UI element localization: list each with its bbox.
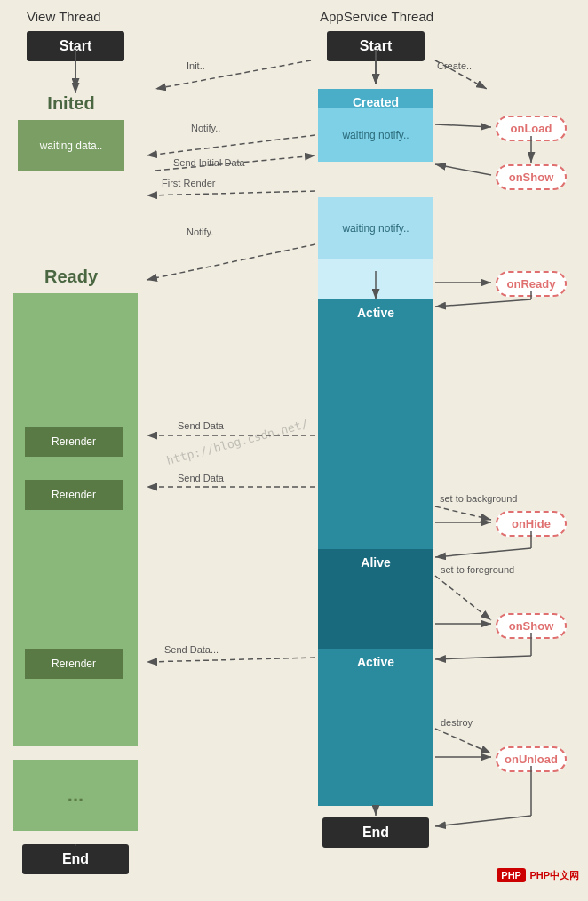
svg-line-22 — [435, 576, 491, 620]
left-rerender-3: Rerender — [25, 649, 123, 679]
svg-line-4 — [155, 60, 311, 89]
left-rerender-2: Rerender — [25, 480, 123, 510]
set-bg-label: set to background — [440, 493, 517, 504]
notify1-label: Notify.. — [191, 123, 220, 133]
on-load-box: onLoad — [496, 116, 567, 141]
right-start-block: Start — [327, 31, 425, 61]
left-ready-label: Ready — [9, 267, 133, 287]
send-data2-label: Send Data — [178, 473, 225, 483]
svg-line-30 — [435, 816, 531, 826]
right-active-1-body — [318, 318, 433, 549]
left-lower-bg — [13, 524, 138, 746]
svg-line-8 — [147, 191, 315, 195]
svg-line-5 — [435, 60, 487, 89]
on-show-box: onShow — [496, 164, 567, 190]
svg-line-27 — [435, 729, 491, 753]
right-col-header: AppService Thread — [320, 9, 433, 24]
left-end-block: End — [22, 844, 129, 874]
watermark: http://blog.csdn.net/ — [165, 417, 310, 467]
left-dots-bg: ... — [13, 760, 138, 831]
php-badge: PHP — [497, 868, 526, 882]
right-waiting-notify-1: waiting notify.. — [318, 108, 433, 162]
right-active-2-body — [318, 668, 433, 806]
destroy-label: destroy — [441, 717, 473, 728]
right-alive-body — [318, 569, 433, 649]
notify2-label: Notify. — [187, 227, 213, 237]
left-waiting-data: waiting data.. — [18, 120, 124, 171]
svg-line-25 — [435, 656, 531, 659]
send-data3-label: Send Data... — [164, 644, 219, 655]
diagram-container: View Thread AppService Thread Start Init… — [0, 0, 588, 901]
on-show2-box: onShow — [496, 613, 567, 639]
svg-line-7 — [155, 155, 315, 171]
create-label: Create.. — [437, 60, 472, 71]
svg-line-21 — [435, 548, 531, 557]
php-logo: PHP PHP中文网 — [497, 866, 579, 890]
first-render-label: First Render — [162, 178, 216, 188]
right-lightblue-spacer — [318, 259, 433, 299]
right-end-block: End — [322, 817, 429, 848]
left-col-header: View Thread — [27, 9, 101, 24]
on-hide-box: onHide — [496, 511, 567, 537]
left-start-block: Start — [27, 31, 124, 61]
svg-line-10 — [435, 124, 491, 127]
on-unload-box: onUnload — [496, 746, 567, 772]
left-rerender-1: Rerender — [25, 427, 123, 457]
set-fg-label: set to foreground — [441, 564, 514, 575]
php-site-label: PHP中文网 — [529, 870, 579, 881]
send-initial-label: Send Initial Data — [173, 157, 246, 168]
svg-line-15 — [435, 299, 531, 307]
svg-line-26 — [147, 658, 315, 662]
left-inited-label: Inited — [9, 93, 133, 114]
left-dots: ... — [68, 784, 83, 807]
right-waiting-notify-2: waiting notify.. — [318, 197, 433, 259]
svg-line-18 — [435, 506, 491, 520]
on-ready-box: onReady — [496, 271, 567, 297]
send-data1-label: Send Data — [178, 420, 225, 431]
svg-line-6 — [147, 135, 315, 155]
svg-line-9 — [147, 244, 315, 280]
init-label: Init.. — [187, 60, 205, 71]
svg-line-12 — [435, 164, 491, 175]
